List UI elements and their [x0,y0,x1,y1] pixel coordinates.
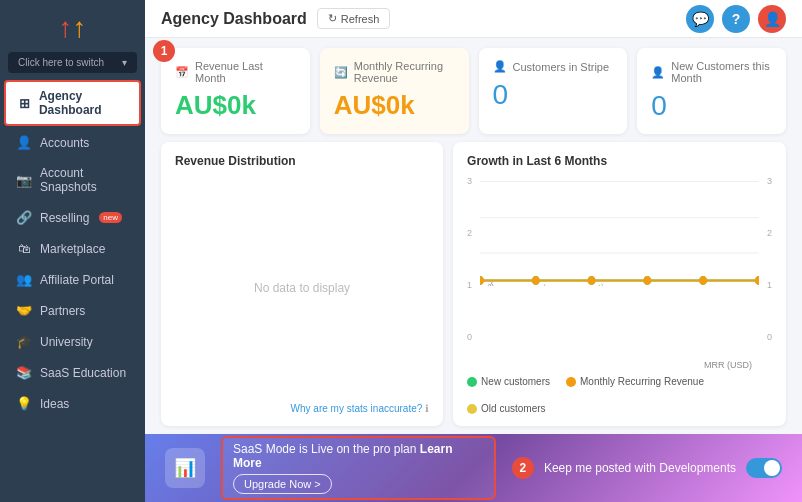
legend-label-old: Old customers [481,403,545,414]
y-axis-right-1: 1 [767,280,772,290]
sidebar-item-agency-dashboard[interactable]: ⊞ Agency Dashboard [4,80,141,126]
no-data-label: No data to display [254,281,350,295]
help-button[interactable]: ? [722,5,750,33]
y-axis-label: MRR (USD) [467,360,772,370]
camera-icon: 📷 [16,173,32,188]
sidebar-item-affiliate-portal[interactable]: 👥 Affiliate Portal [4,265,141,294]
sidebar: ↑↑ Click here to switch ▾ ⊞ Agency Dashb… [0,0,145,502]
user-icon: 👤 [16,135,32,150]
svg-point-15 [755,276,759,285]
stat-label: Customers in Stripe [513,61,610,73]
chart-title-left: Revenue Distribution [175,154,429,168]
refresh-icon: ↻ [328,12,337,25]
stat-label: Monthly Recurring Revenue [354,60,455,84]
sidebar-item-saas-education[interactable]: 📚 SaaS Education [4,358,141,387]
sync-icon: 🔄 [334,66,348,79]
y-axis-3: 3 [467,176,472,186]
topbar-actions: 💬 ? 👤 [686,5,786,33]
logo-arrow-left: ↑ [59,12,73,43]
link-icon: 🔗 [16,210,32,225]
logo-arrow-right: ↑ [73,12,87,43]
stats-row: 1 📅 Revenue Last Month AU$0k 🔄 Monthly R… [145,38,802,142]
charts-row: Revenue Distribution No data to display … [145,142,802,434]
stat-card-new-customers: 👤 New Customers this Month 0 [637,48,786,134]
stats-question-link[interactable]: Why are my stats inaccurate? [291,403,423,414]
sidebar-item-account-snapshots[interactable]: 📷 Account Snapshots [4,159,141,201]
svg-point-14 [699,276,707,285]
handshake-icon: 🤝 [16,303,32,318]
sidebar-item-label: University [40,335,93,349]
keep-posted-toggle[interactable] [746,458,782,478]
sidebar-item-label: SaaS Education [40,366,126,380]
stat-value-mrr: AU$0k [334,90,455,121]
sidebar-item-reselling[interactable]: 🔗 Reselling new [4,203,141,232]
y-axis-right-3: 3 [767,176,772,186]
chart-title-right: Growth in Last 6 Months [467,154,772,168]
lightbulb-icon: 💡 [16,396,32,411]
sidebar-item-label: Ideas [40,397,69,411]
banner-icon: 📊 [165,448,205,488]
refresh-button[interactable]: ↻ Refresh [317,8,391,29]
saas-mode-text: SaaS Mode is Live on the pro plan [233,442,416,456]
banner-content: SaaS Mode is Live on the pro plan Learn … [221,436,496,500]
sidebar-item-label: Account Snapshots [40,166,129,194]
chart-body-left: No data to display [175,176,429,399]
logo: ↑↑ [0,0,145,52]
sidebar-item-university[interactable]: 🎓 University [4,327,141,356]
legend-label-new: New customers [481,376,550,387]
sidebar-item-partners[interactable]: 🤝 Partners [4,296,141,325]
shop-icon: 🛍 [16,241,32,256]
sidebar-item-accounts[interactable]: 👤 Accounts [4,128,141,157]
main-content: Agency Dashboard ↻ Refresh 💬 ? 👤 1 📅 [145,0,802,502]
page-title: Agency Dashboard [161,10,307,28]
upgrade-label: Upgrade Now > [244,478,321,490]
sidebar-item-label: Reselling [40,211,89,225]
chart-footer: Why are my stats inaccurate? ℹ [175,403,429,414]
stat-label: Revenue Last Month [195,60,296,84]
chevron-down-icon: ▾ [122,57,127,68]
user-avatar[interactable]: 👤 [758,5,786,33]
bottom-banner: 📊 SaaS Mode is Live on the pro plan Lear… [145,434,802,502]
topbar: Agency Dashboard ↻ Refresh 💬 ? 👤 [145,0,802,38]
sidebar-item-label: Affiliate Portal [40,273,114,287]
legend-new-customers: New customers [467,376,550,387]
sidebar-item-label: Marketplace [40,242,105,256]
chart-icon: 📊 [174,457,196,479]
growth-chart: Growth in Last 6 Months 3 2 1 0 [453,142,786,426]
keep-posted-text: Keep me posted with Developments [544,461,736,475]
grid-icon: ⊞ [18,96,31,111]
revenue-distribution-chart: Revenue Distribution No data to display … [161,142,443,426]
calendar-icon: 📅 [175,66,189,79]
users-icon: 👥 [16,272,32,287]
y-axis-1: 1 [467,280,472,290]
svg-text:April: April [692,285,711,286]
sidebar-item-label: Agency Dashboard [39,89,127,117]
svg-text:May: May [748,285,759,286]
chart-legend: New customers Monthly Recurring Revenue … [467,376,772,414]
sidebar-item-marketplace[interactable]: 🛍 Marketplace [4,234,141,263]
graduation-icon: 🎓 [16,334,32,349]
switch-workspace[interactable]: Click here to switch ▾ [8,52,137,73]
banner-box: SaaS Mode is Live on the pro plan Learn … [221,436,496,500]
legend-dot-old [467,404,477,414]
refresh-label: Refresh [341,13,380,25]
chat-button[interactable]: 💬 [686,5,714,33]
upgrade-button[interactable]: Upgrade Now > [233,474,332,494]
stat-value-revenue: AU$0k [175,90,296,121]
new-badge: new [99,212,122,223]
banner-text: SaaS Mode is Live on the pro plan Learn … [233,442,484,470]
legend-dot-mrr [566,377,576,387]
book-icon: 📚 [16,365,32,380]
sidebar-item-label: Accounts [40,136,89,150]
sidebar-item-label: Partners [40,304,85,318]
y-axis-right-0: 0 [767,332,772,342]
stat-value-stripe: 0 [493,79,614,111]
line-chart-svg: December January February March April Ma… [480,176,759,286]
sidebar-item-ideas[interactable]: 💡 Ideas [4,389,141,418]
switch-label: Click here to switch [18,57,104,68]
legend-dot-new [467,377,477,387]
question-icon: ? [732,11,741,27]
person-icon: 👤 [493,60,507,73]
legend-mrr: Monthly Recurring Revenue [566,376,704,387]
legend-old-customers: Old customers [467,403,545,414]
